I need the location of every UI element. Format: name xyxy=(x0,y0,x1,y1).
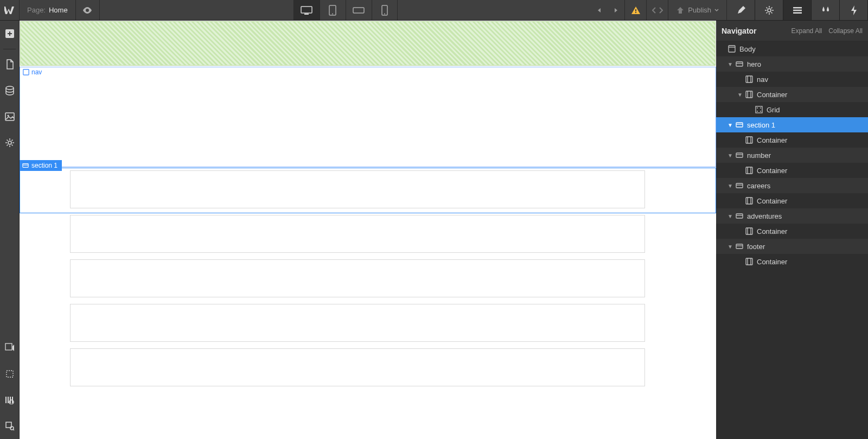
container-icon xyxy=(745,167,754,174)
device-mobile[interactable] xyxy=(372,0,398,20)
svg-point-18 xyxy=(384,13,385,14)
add-element-button[interactable] xyxy=(0,21,19,47)
chevron-down-icon xyxy=(714,9,719,12)
topbar-left: Page: Home xyxy=(0,0,100,20)
tree-row-footer[interactable]: ▼footer xyxy=(716,239,868,254)
cms-button[interactable] xyxy=(0,78,19,104)
warning-button[interactable] xyxy=(624,0,646,20)
navigator-panel: Navigator Expand All Collapse All Body▼h… xyxy=(716,21,868,439)
section1-element-label[interactable]: section 1 xyxy=(20,160,62,171)
collapse-all-button[interactable]: Collapse All xyxy=(828,27,863,35)
grid-icon xyxy=(755,106,763,113)
redo-button[interactable] xyxy=(603,0,624,20)
canvas[interactable]: nav section 1 xyxy=(20,21,716,439)
tree-row-Container[interactable]: Container xyxy=(716,132,868,148)
container-icon xyxy=(745,136,754,144)
tree-row-adventures[interactable]: ▼adventures xyxy=(716,208,868,224)
navigator-title: Navigator xyxy=(722,27,757,35)
navigator-panel-tab[interactable] xyxy=(783,0,812,20)
publish-icon xyxy=(676,7,685,14)
tree-toggle[interactable]: ▼ xyxy=(727,244,733,250)
svg-rect-13 xyxy=(304,14,309,15)
section-icon xyxy=(735,151,744,159)
tree-row-Body[interactable]: Body xyxy=(716,41,868,56)
tree-label: Container xyxy=(757,227,787,236)
tree-toggle[interactable]: ▼ xyxy=(727,152,733,158)
export-code-button[interactable] xyxy=(646,0,668,20)
device-desktop[interactable] xyxy=(293,0,320,20)
container-icon xyxy=(23,69,29,75)
device-tablet-landscape[interactable] xyxy=(346,0,372,20)
svg-rect-22 xyxy=(793,7,802,9)
tree-label: Container xyxy=(757,258,787,266)
publish-label: Publish xyxy=(688,6,711,14)
page-name: Home xyxy=(49,6,68,14)
canvas-container-3[interactable] xyxy=(70,259,645,297)
tree-toggle[interactable]: ▼ xyxy=(727,213,733,219)
container-icon xyxy=(745,91,754,98)
navigator-header: Navigator Expand All Collapse All xyxy=(716,21,868,41)
tree-toggle[interactable]: ▼ xyxy=(727,61,733,67)
tree-toggle[interactable]: ▼ xyxy=(727,122,733,128)
container-icon xyxy=(745,227,754,235)
canvas-container-1[interactable] xyxy=(70,170,645,208)
hero-outline[interactable] xyxy=(20,67,716,167)
svg-point-26 xyxy=(6,86,14,90)
topbar-right: Publish xyxy=(591,0,868,20)
svg-point-29 xyxy=(8,141,11,144)
search-button[interactable] xyxy=(0,413,19,439)
settings-button[interactable] xyxy=(0,130,19,156)
svg-rect-12 xyxy=(301,7,312,13)
canvas-container-5[interactable] xyxy=(70,348,645,386)
tree-label: adventures xyxy=(747,212,782,220)
device-tablet[interactable] xyxy=(320,0,346,20)
container-icon xyxy=(745,197,754,205)
container-icon xyxy=(745,75,754,83)
nav-element-label[interactable]: nav xyxy=(21,67,45,77)
page-label: Page: xyxy=(27,6,46,14)
tree-row-Container[interactable]: Container xyxy=(716,254,868,269)
canvas-container-2[interactable] xyxy=(70,215,645,253)
tree-toggle[interactable]: ▼ xyxy=(737,92,743,98)
tree-toggle[interactable]: ▼ xyxy=(727,183,733,189)
canvas-container-4[interactable] xyxy=(70,304,645,342)
tree-row-Grid[interactable]: Grid xyxy=(716,102,868,117)
tree-row-hero[interactable]: ▼hero xyxy=(716,56,868,72)
device-switcher xyxy=(100,0,591,20)
interactions-panel-tab[interactable] xyxy=(840,0,868,20)
tree-row-section-1[interactable]: ▼section 1 xyxy=(716,117,868,132)
settings-panel-tab[interactable] xyxy=(755,0,783,20)
tree-row-Container[interactable]: ▼Container xyxy=(716,87,868,102)
preview-button[interactable] xyxy=(76,0,100,20)
svg-rect-31 xyxy=(7,371,13,377)
tree-row-Container[interactable]: Container xyxy=(716,224,868,239)
publish-button[interactable]: Publish xyxy=(668,0,727,20)
tree-label: Container xyxy=(757,136,787,144)
svg-rect-23 xyxy=(793,9,802,11)
tree-row-nav[interactable]: nav xyxy=(716,72,868,87)
tree-row-careers[interactable]: ▼careers xyxy=(716,178,868,193)
expand-all-button[interactable]: Expand All xyxy=(792,27,822,35)
svg-point-28 xyxy=(7,115,9,117)
assets-button[interactable] xyxy=(0,104,19,130)
page-selector[interactable]: Page: Home xyxy=(20,0,76,20)
webflow-logo[interactable] xyxy=(0,0,20,20)
tree-label: nav xyxy=(757,75,768,84)
section-icon xyxy=(735,243,744,250)
svg-rect-19 xyxy=(635,9,636,11)
pages-button[interactable] xyxy=(0,52,19,78)
svg-point-21 xyxy=(768,9,771,12)
main-layout: nav section 1 Navigator Expand All Colla… xyxy=(0,21,868,439)
svg-rect-30 xyxy=(5,343,12,350)
tree-row-Container[interactable]: Container xyxy=(716,163,868,178)
style-manager-tab[interactable] xyxy=(812,0,840,20)
audit-button[interactable] xyxy=(0,361,19,387)
svg-rect-36 xyxy=(23,69,29,75)
tree-label: Grid xyxy=(767,106,780,114)
tree-row-number[interactable]: ▼number xyxy=(716,148,868,163)
section-icon xyxy=(735,121,744,129)
xray-button[interactable] xyxy=(0,387,19,413)
help-button[interactable] xyxy=(0,335,19,361)
tree-row-Container[interactable]: Container xyxy=(716,193,868,208)
style-panel-tab[interactable] xyxy=(727,0,755,20)
